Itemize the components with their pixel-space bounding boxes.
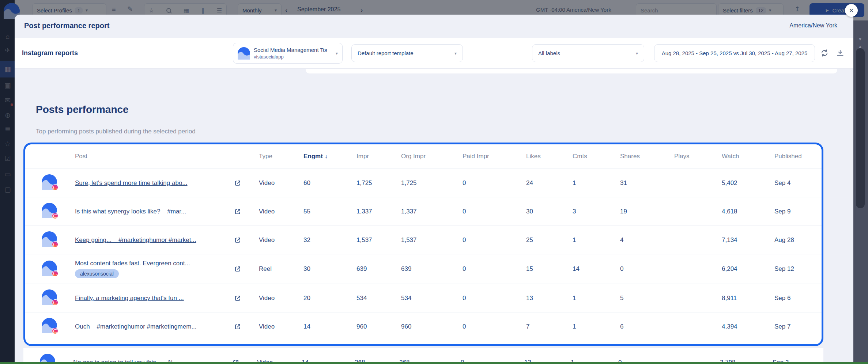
table-row: Keep going... #marketinghumor #market...… [25,225,822,254]
section-subtitle: Top performing posts published during th… [36,128,196,135]
report-filter-bar: Instagram reports Social Media Managemen… [15,38,853,69]
post-avatar [25,318,75,335]
post-link[interactable]: Keep going... #marketinghumor #market... [75,236,196,244]
column-header-published[interactable]: Published [774,153,822,160]
close-icon: × [849,6,854,15]
post-link[interactable]: Ouch #marketinghumor #marketingmem... [75,323,197,330]
scroll-down-icon[interactable]: ▼ [858,37,862,41]
refresh-icon[interactable] [820,49,829,59]
post-type: Video [259,295,303,302]
previous-card-edge [306,69,837,73]
post-avatar [25,261,75,278]
column-header-cmts[interactable]: Cmts [573,153,620,160]
open-post-icon[interactable] [234,208,259,215]
modal-timezone: America/New York [789,22,837,29]
instagram-badge-icon [52,213,58,219]
post-cmts: 1 [573,179,620,187]
column-header-type[interactable]: Type [259,153,303,160]
post-org-impr: 534 [401,295,463,302]
post-link[interactable]: Most content fades fast. Evergreen cont.… [75,260,190,267]
post-link[interactable]: Is this what synergy looks like? #mar... [75,208,186,215]
date-range-picker[interactable]: Aug 28, 2025 - Sep 25, 2025 vs Jul 30, 2… [654,44,815,62]
post-paid-impr: 0 [463,265,526,273]
open-post-icon[interactable] [234,323,259,330]
post-type: Video [259,208,303,215]
post-engmt: 60 [303,179,356,187]
post-org-impr: 960 [401,323,463,330]
scrollbar-thumb[interactable] [856,48,865,208]
labels-dropdown[interactable]: All labels ▾ [532,44,644,62]
post-shares: 4 [620,236,674,244]
post-impr: 639 [356,265,401,273]
profile-name: Social Media Management Too [254,47,327,53]
post-watch: 5,402 [722,179,774,187]
post-watch: 4,394 [722,323,774,330]
column-header-org-impr[interactable]: Org Impr [401,153,463,160]
chevron-down-icon: ▾ [636,51,638,56]
post-type: Video [259,323,303,330]
post-avatar [25,231,75,249]
table-row: Is this what synergy looks like? #mar...… [25,197,822,225]
post-title-cell: Finally, a marketing agency that's fun .… [75,289,234,307]
post-likes: 25 [526,236,573,244]
post-org-impr: 1,337 [401,208,463,215]
table-header-row: Post Type Engmt ↓ Impr Org Impr Paid Imp… [25,144,822,168]
screen: Select Profiles 1 ▾ ≡ ✎ ☆ ▦ ∥ ☰ Monthly … [0,0,868,364]
open-post-icon[interactable] [234,295,259,302]
report-type-title: Instagram reports [22,49,78,57]
profile-selector[interactable]: Social Media Management Too vistasociala… [233,43,343,64]
post-paid-impr: 0 [463,295,526,302]
post-cmts: 1 [573,236,620,244]
post-impr: 960 [356,323,401,330]
open-post-icon[interactable] [234,265,259,273]
table-overflow-row: No one is going to tell you this... N...… [23,348,823,364]
download-icon[interactable] [836,49,845,59]
post-performance-modal: Post performance report America/New York… [15,15,853,364]
close-button[interactable]: × [845,4,858,17]
post-engmt: 32 [303,236,356,244]
post-likes: 30 [526,208,573,215]
post-org-impr: 1,725 [401,179,463,187]
chevron-down-icon: ▾ [454,51,457,56]
table-row: Sure, let's spend more time talking abo.… [25,168,822,197]
report-template-dropdown[interactable]: Default report template ▾ [351,44,463,62]
column-header-shares[interactable]: Shares [620,153,674,160]
sort-desc-icon: ↓ [325,153,328,160]
post-impr: 1,725 [356,179,401,187]
instagram-badge-icon [52,184,58,190]
post-org-impr: 639 [401,265,463,273]
post-impr: 1,537 [356,236,401,244]
column-header-watch[interactable]: Watch [722,153,774,160]
post-published: Sep 4 [774,179,822,187]
post-avatar [25,289,75,307]
post-cmts: 14 [573,265,620,273]
post-cmts: 1 [573,295,620,302]
post-title-cell: Is this what synergy looks like? #mar... [75,202,234,221]
date-range-value: Aug 28, 2025 - Sep 25, 2025 vs Jul 30, 2… [662,50,808,56]
post-link[interactable]: Finally, a marketing agency that's fun .… [75,295,184,302]
post-avatar [25,203,75,220]
open-post-icon[interactable] [234,236,259,244]
post-published: Sep 9 [774,208,822,215]
column-header-post[interactable]: Post [75,153,234,160]
column-header-plays[interactable]: Plays [674,153,722,160]
column-header-impr[interactable]: Impr [356,153,401,160]
profile-tag: alexusonsocial [75,269,119,278]
column-header-likes[interactable]: Likes [526,153,573,160]
post-title-cell: Keep going... #marketinghumor #market... [75,231,234,249]
post-cmts: 3 [573,208,620,215]
open-post-icon[interactable] [234,179,259,187]
post-published: Sep 7 [774,323,822,330]
instagram-badge-icon [52,328,58,334]
table-row: Ouch #marketinghumor #marketingmem... Vi… [25,312,822,341]
post-title-cell: Ouch #marketinghumor #marketingmem... [75,318,234,336]
post-org-impr: 1,537 [401,236,463,244]
post-published: Sep 12 [774,265,822,273]
post-impr: 534 [356,295,401,302]
post-likes: 15 [526,265,573,273]
column-header-engmt[interactable]: Engmt ↓ [303,153,356,160]
post-link[interactable]: Sure, let's spend more time talking abo.… [75,179,188,187]
column-header-paid-impr[interactable]: Paid Impr [463,153,526,160]
labels-value: All labels [538,50,560,56]
section-title: Posts performance [36,104,129,115]
